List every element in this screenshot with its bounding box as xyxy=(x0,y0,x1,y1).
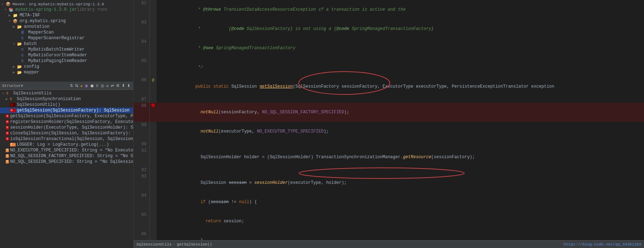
tree-item-mybatis-batch[interactable]: ▶ C MyBatisBatchItemWriter xyxy=(0,47,133,52)
code-token: getSqlSession xyxy=(260,84,293,89)
dot-btn[interactable]: ● xyxy=(80,83,84,88)
y-btn[interactable]: Y xyxy=(95,83,99,88)
code-token xyxy=(190,200,200,205)
struct-label: LOGGER: Log = LogFactory.getLog(...) xyxy=(17,142,109,147)
struct-label: NO_SQL_SESSION_SPECIFIED: String = "No S… xyxy=(10,159,133,164)
expand-btn[interactable]: ⬆ xyxy=(121,83,126,88)
folder-icon: 📦 xyxy=(13,19,19,24)
table-row: 94 if (session != null) { xyxy=(133,192,644,212)
code-token: sessionHolder xyxy=(254,180,288,185)
code-token: ( xyxy=(206,200,211,205)
struct-item-ctor[interactable]: m SqlSessionUtils() xyxy=(0,102,133,108)
code-token: session; xyxy=(221,219,244,224)
collapse-btn[interactable]: ⬇ xyxy=(126,83,131,88)
struct-item-no-factory[interactable]: f NO_SQL_SESSION_FACTORY_SPECIFIED: Stri… xyxy=(0,153,133,159)
folder-icon: 📁 xyxy=(13,13,19,18)
struct-item-no-executor[interactable]: f NO_EXECUTOR_TYPE_SPECIFIED: String = "… xyxy=(0,148,133,153)
struct-item-is-transactional[interactable]: m isSqlSessionTransactional(SqlSession, … xyxy=(0,136,133,142)
code-token: = xyxy=(247,180,255,185)
struct-item-sql-session-utils[interactable]: ▾ C SqlSessionUtils xyxy=(0,91,133,96)
table-row: 95 return session; xyxy=(133,212,644,231)
code-token: is not using a { xyxy=(293,26,336,31)
code-token: static xyxy=(213,84,231,89)
code-token: * { xyxy=(190,26,231,31)
line-number: 90 xyxy=(133,141,150,148)
field-badge: f xyxy=(6,160,9,164)
struct-item-sync[interactable]: ▶ C SqlSessionSynchronization xyxy=(0,96,133,102)
code-panel: 82 * @throws TransientDataAccessResource… xyxy=(133,0,644,248)
class-icon: C xyxy=(21,47,27,52)
code-token: (SqlSessionFactory sessionFactory, Execu… xyxy=(293,84,555,89)
tree-label-mybatis-cursor: MyBatisCursorItemReader xyxy=(28,53,87,58)
code-token: session xyxy=(229,180,246,185)
tree-item-mapper[interactable]: ▶ 📂 mapper xyxy=(0,69,133,75)
tree-item-mapper-scan[interactable]: ▶ @ MapperScan xyxy=(0,30,133,35)
method-badge: m xyxy=(6,126,9,129)
dot2-btn[interactable]: ◉ xyxy=(84,83,89,88)
struct-item-no-session[interactable]: f NO_SQL_SESSION_SPECIFIED: String = "No… xyxy=(0,159,133,165)
tree-item-mybatis-paging[interactable]: ▶ C MyBatisPagingItemReader xyxy=(0,58,133,64)
tree-label-mapper: mapper xyxy=(24,70,39,75)
line-content: return session; xyxy=(157,212,644,231)
tree-item-annotation[interactable]: ▶ 📂 annotation xyxy=(0,24,133,30)
code-area[interactable]: 82 * @throws TransientDataAccessResource… xyxy=(133,0,644,240)
square-btn[interactable]: ◼ xyxy=(90,83,94,88)
struct-item-get-sql-session2[interactable]: m getSqlSession(SqlSessionFactory, Execu… xyxy=(0,113,133,119)
line-content: SqlSessionHolder holder = (SqlSessionHol… xyxy=(157,148,644,167)
code-token: */ xyxy=(190,65,203,70)
line-content: */ xyxy=(157,58,644,77)
tree-label-annotation: annotation xyxy=(24,24,49,29)
line-number: 85 xyxy=(133,58,150,77)
code-token: return xyxy=(206,219,221,224)
sort-alpha-btn[interactable]: ⇅ xyxy=(69,83,74,88)
structure-list: ▾ C SqlSessionUtils ▶ C SqlSessionSynchr… xyxy=(0,90,133,248)
code-token: session xyxy=(211,200,229,205)
breadcrumb-method: getSqlSession() xyxy=(177,242,212,247)
code-token: SqlSession xyxy=(190,180,229,185)
tree-item-org-mybatis[interactable]: ▾ 📦 org.mybatis.spring xyxy=(0,18,133,24)
struct-label: NO_EXECUTOR_TYPE_SPECIFIED: String = "No… xyxy=(10,148,133,153)
file-tree: ▾ 📦 Maven: org.mybatis:mybatis-spring:1.… xyxy=(0,0,133,82)
line-number: 83 xyxy=(133,19,150,38)
tree-item-mybatis-cursor[interactable]: ▶ C MyBatisCursorItemReader xyxy=(0,52,133,58)
code-token: (sessionFactory, xyxy=(219,110,262,115)
sort-type-btn[interactable]: ⇆ xyxy=(74,83,79,88)
struct-item-get-sql-session[interactable]: m getSqlSession(SqlSessionFactory): SqlS… xyxy=(0,108,133,113)
line-content xyxy=(157,96,644,103)
settings-btn[interactable]: ⚙ xyxy=(115,83,120,88)
code-table: 82 * @throws TransientDataAccessResource… xyxy=(133,0,644,240)
tree-item-batch[interactable]: ▾ 📂 batch xyxy=(0,41,133,47)
tree-label-config: config xyxy=(24,64,39,69)
structure-panel: Structure ⇅ ⇆ ● ◉ ◼ Y ◎ ≡ ⇌ ⚙ ⬆ ⬇ ▾ C Sq… xyxy=(0,82,133,248)
status-bar: SqlSessionUtils › getSqlSession() https:… xyxy=(133,240,644,248)
code-token: ); xyxy=(344,110,349,115)
line-marker xyxy=(150,103,157,122)
line-content xyxy=(157,141,644,148)
struct-label: NO_SQL_SESSION_FACTORY_SPECIFIED: String… xyxy=(10,154,133,159)
line-number: 84 xyxy=(133,38,150,58)
table-row: 93 SqlSession session = sessionHolder(ex… xyxy=(133,173,644,192)
struct-item-logger[interactable]: f LOGGER: Log = LogFactory.getLog(...) xyxy=(0,142,133,148)
left-panel: ▾ 📦 Maven: org.mybatis:mybatis-spring:1.… xyxy=(0,0,133,248)
method-badge: m xyxy=(6,120,9,124)
list-btn[interactable]: ≡ xyxy=(106,83,109,88)
breakpoint-indicator[interactable] xyxy=(151,103,155,107)
tree-item-config[interactable]: ▶ 📂 config xyxy=(0,64,133,69)
tree-item-mapper-scanner-registrar[interactable]: ▶ C MapperScannerRegistrar xyxy=(0,35,133,41)
tree-item-maven-root[interactable]: ▾ 📦 Maven: org.mybatis:mybatis-spring:1.… xyxy=(0,1,133,7)
code-token: != xyxy=(229,200,239,205)
line-number: 82 xyxy=(133,0,150,19)
struct-item-register[interactable]: m registerSessionHolder(SqlSessionFactor… xyxy=(0,119,133,125)
annotation-marker: @ xyxy=(152,78,154,82)
circle-btn[interactable]: ◎ xyxy=(100,83,105,88)
tree-item-mybatis-jar[interactable]: ▾ 📚 mybatis-spring-1.3.0.jar library roo… xyxy=(0,7,133,12)
tree-item-meta-inf[interactable]: ▶ 📁 META-INF xyxy=(0,12,133,18)
tree-arrow: ▶ xyxy=(9,13,13,17)
table-row: 89 notNull(executorType, NO_EXECUTOR_TYP… xyxy=(133,122,644,141)
struct-item-session-holder[interactable]: m sessionHolder(ExecutorType, SqlSession… xyxy=(0,125,133,130)
swap-btn[interactable]: ⇌ xyxy=(110,83,115,88)
struct-item-close[interactable]: m closeSqlSession(SqlSession, SqlSession… xyxy=(0,130,133,136)
code-token: NO_SQL_SESSION_FACTORY_SPECIFIED xyxy=(262,110,344,115)
folder-icon: 📂 xyxy=(17,42,23,46)
line-marker xyxy=(150,0,157,19)
